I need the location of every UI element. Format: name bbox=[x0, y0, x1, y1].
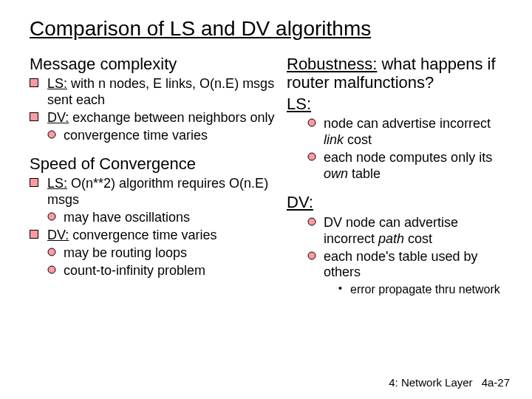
list-item: LS: with n nodes, E links, O(n.E) msgs s… bbox=[30, 76, 279, 109]
list-item: LS: O(n**2) algorithm requires O(n.E) ms… bbox=[30, 176, 279, 208]
text: O(n**2) algorithm requires O(n.E) msgs bbox=[47, 176, 268, 207]
square-bullet-icon bbox=[30, 112, 38, 121]
right-column: Robustness: what happens if router malfu… bbox=[287, 55, 511, 307]
svg-point-7 bbox=[48, 266, 55, 273]
circle-bullet-icon bbox=[307, 118, 316, 127]
text: convergence time varies bbox=[69, 228, 216, 242]
list-subitem: DV node can advertise incorrect path cos… bbox=[307, 215, 511, 248]
heading-message-complexity: Message complexity bbox=[30, 55, 279, 73]
footer-section-label: 4: Network Layer bbox=[389, 376, 472, 389]
ls-label: LS: bbox=[47, 176, 67, 191]
dot-bullet-icon: • bbox=[338, 282, 342, 295]
columns: Message complexity LS: with n nodes, E l… bbox=[30, 55, 511, 307]
circle-bullet-icon bbox=[307, 251, 316, 260]
list-subitem: each node's table used by others bbox=[307, 249, 511, 282]
emphasis-text: link bbox=[324, 132, 344, 147]
heading-robustness: Robustness: what happens if router malfu… bbox=[287, 55, 511, 92]
slide: Comparison of LS and DV algorithms Messa… bbox=[0, 0, 532, 399]
slide-title: Comparison of LS and DV algorithms bbox=[30, 16, 511, 41]
svg-point-11 bbox=[308, 252, 316, 259]
list-message-complexity: LS: with n nodes, E links, O(n.E) msgs s… bbox=[30, 76, 279, 144]
svg-point-10 bbox=[308, 218, 316, 225]
svg-point-9 bbox=[308, 153, 316, 160]
list-subitem: convergence time varies bbox=[47, 128, 279, 144]
svg-rect-1 bbox=[30, 112, 38, 120]
text: with n nodes, E links, O(n.E) msgs sent … bbox=[47, 76, 274, 107]
list-item: DV: exchange between neighbors only bbox=[30, 110, 279, 126]
list-subitem: each node computes only its own table bbox=[307, 150, 511, 183]
list-subitem: may have oscillations bbox=[47, 210, 279, 226]
text: may have oscillations bbox=[64, 210, 190, 225]
text: count-to-infinity problem bbox=[64, 263, 205, 278]
list-robustness-ls: node can advertise incorrect link cost e… bbox=[307, 116, 511, 183]
svg-point-8 bbox=[308, 119, 316, 126]
text: node can advertise incorrect bbox=[324, 116, 491, 131]
circle-bullet-icon bbox=[307, 152, 316, 161]
text: cost bbox=[404, 231, 432, 246]
list-subitem: node can advertise incorrect link cost bbox=[307, 116, 511, 149]
left-column: Message complexity LS: with n nodes, E l… bbox=[30, 55, 279, 307]
text: convergence time varies bbox=[64, 128, 208, 143]
svg-rect-3 bbox=[30, 179, 38, 187]
list-subsubitem: • error propagate thru network bbox=[340, 282, 511, 297]
text: error propagate thru network bbox=[350, 283, 500, 296]
text: may be routing loops bbox=[64, 245, 187, 260]
list-speed-convergence: LS: O(n**2) algorithm requires O(n.E) ms… bbox=[30, 176, 279, 279]
dv-label: DV: bbox=[47, 110, 69, 125]
square-bullet-icon bbox=[30, 78, 38, 87]
circle-bullet-icon bbox=[47, 248, 56, 256]
robustness-label: Robustness: bbox=[287, 55, 377, 73]
square-bullet-icon bbox=[30, 230, 38, 239]
list-robustness-dv: DV node can advertise incorrect path cos… bbox=[307, 215, 511, 297]
list-subitem: may be routing loops bbox=[47, 245, 279, 262]
heading-dv: DV: bbox=[287, 193, 511, 211]
text: each node computes only its bbox=[324, 150, 492, 165]
text: cost bbox=[344, 132, 372, 147]
text: table bbox=[348, 166, 381, 181]
circle-bullet-icon bbox=[47, 265, 56, 274]
svg-point-2 bbox=[48, 131, 55, 138]
svg-rect-5 bbox=[30, 230, 38, 238]
circle-bullet-icon bbox=[307, 217, 316, 226]
footer-page-number: 4a-27 bbox=[482, 376, 510, 389]
svg-point-6 bbox=[48, 248, 55, 256]
circle-bullet-icon bbox=[47, 212, 56, 221]
list-item: DV: convergence time varies bbox=[30, 228, 279, 244]
slide-footer: 4: Network Layer4a-27 bbox=[389, 376, 510, 389]
emphasis-text: own bbox=[324, 166, 348, 181]
circle-bullet-icon bbox=[47, 130, 56, 139]
svg-point-4 bbox=[48, 213, 55, 220]
heading-speed-convergence: Speed of Convergence bbox=[30, 154, 279, 173]
text: each node's table used by others bbox=[324, 249, 478, 280]
emphasis-text: path bbox=[378, 231, 404, 246]
heading-ls: LS: bbox=[287, 95, 511, 113]
text: exchange between neighbors only bbox=[69, 110, 274, 125]
svg-rect-0 bbox=[30, 78, 38, 86]
square-bullet-icon bbox=[30, 178, 38, 187]
list-subitem: count-to-infinity problem bbox=[47, 263, 279, 279]
dv-label: DV: bbox=[47, 228, 69, 242]
ls-label: LS: bbox=[47, 76, 67, 91]
